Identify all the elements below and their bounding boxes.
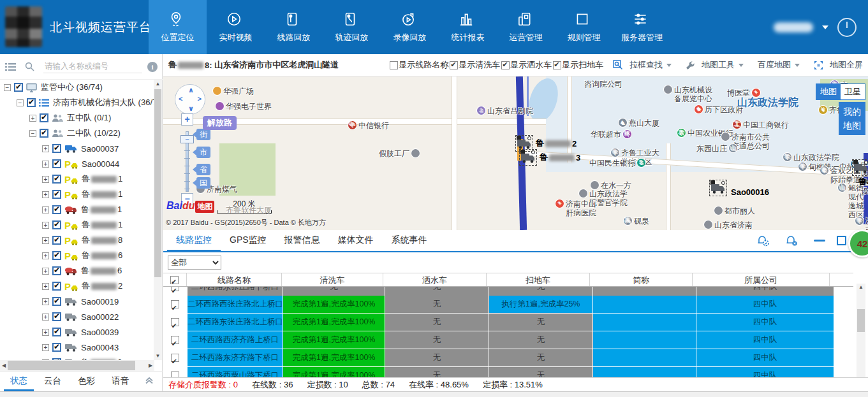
tree-item[interactable]: + P 鲁2 (0, 278, 154, 294)
table-row[interactable]: 二环西路东张庄路北上桥口完成第1遍,完成率100%无无四中队 (163, 314, 853, 331)
scrollbar-thumb[interactable] (154, 89, 161, 277)
scroll-down-icon[interactable]: ▼ (154, 352, 162, 360)
tree-checkbox[interactable] (52, 205, 61, 214)
tree-checkbox[interactable] (52, 236, 61, 245)
tree-checkbox[interactable] (40, 113, 48, 122)
nav-item-4[interactable]: 录像回放 (381, 0, 439, 54)
tree-item[interactable]: − 二中队 (10/22) (0, 126, 154, 141)
row-checkbox[interactable] (171, 354, 179, 362)
zoom-level-2[interactable]: 省 (196, 164, 210, 175)
panel-tab-4[interactable]: 系统事件 (383, 229, 436, 252)
tree-item[interactable]: + Sao00019 (0, 294, 154, 309)
list-view-icon[interactable] (5, 62, 16, 71)
panel-tab-3[interactable]: 媒体文件 (329, 229, 383, 252)
expand-toggle[interactable]: + (42, 268, 49, 275)
nav-item-6[interactable]: 运营管理 (497, 0, 555, 54)
tree-checkbox[interactable] (52, 159, 61, 168)
tree-item[interactable]: − 济南市机械化清扫大队 (36/74) (0, 95, 154, 110)
panel-tab-0[interactable]: 线路监控 (167, 229, 221, 252)
search-input[interactable] (43, 60, 142, 73)
checkbox-icon[interactable] (390, 61, 398, 69)
nav-item-0[interactable]: 位置定位 (149, 0, 207, 54)
map-pan-control[interactable]: ∧ ∨ < > (175, 84, 205, 115)
table-row[interactable]: 二环西路东张庄路下桥口无无无四中队 (163, 287, 853, 296)
pan-up-icon[interactable]: ∧ (188, 86, 194, 94)
tree-item[interactable]: + 鲁6 (0, 355, 154, 360)
pan-right-icon[interactable]: > (198, 95, 202, 103)
power-icon[interactable] (837, 18, 857, 37)
row-checkbox[interactable] (171, 372, 179, 377)
display-checkbox-3[interactable]: 显示扫地车 (553, 59, 603, 71)
tree-item[interactable]: + P 鲁1 (0, 171, 154, 187)
tree-checkbox[interactable] (52, 343, 61, 352)
column-header[interactable]: 洒水车 (383, 273, 487, 286)
vehicle-marker[interactable]: Sao00016 (709, 180, 727, 196)
collapse-toggle[interactable]: − (4, 84, 11, 91)
expand-toggle[interactable]: + (42, 329, 49, 336)
expand-toggle[interactable]: + (42, 145, 49, 152)
tree-item[interactable]: + 鲁1 (0, 202, 154, 217)
tree-checkbox[interactable] (52, 144, 61, 153)
view-toggle-0[interactable]: 地图 (816, 84, 841, 99)
table-row[interactable]: 二环西路西粟山路下桥口完成第1遍,完成率100%无无四中队 (163, 367, 853, 377)
scroll-up-icon[interactable]: ▲ (857, 284, 865, 291)
nav-item-7[interactable]: 规则管理 (555, 0, 613, 54)
tree-item[interactable]: + P 鲁1 (0, 187, 154, 202)
map-canvas[interactable]: 咨询院公司 华强广场 华强电子世界 ♫山东省吕剧院 博医堂+ ¥齐鲁银行 ★历下… (163, 76, 868, 230)
vehicle-marker[interactable]: 鲁3 (519, 149, 537, 166)
row-checkbox[interactable] (171, 287, 179, 291)
table-row[interactable]: 二环西路西张庄路北上桥口完成第1遍,完成率100%无执行第1遍,完成率25%四中… (163, 296, 853, 313)
tree-item[interactable]: + P 鲁8 (0, 233, 154, 248)
vehicle-marker-icon[interactable] (852, 159, 868, 176)
tree-checkbox[interactable] (27, 98, 36, 107)
tree-checkbox[interactable] (52, 266, 61, 275)
tree-item[interactable]: + Sao00043 (0, 340, 154, 355)
view-toggle-1[interactable]: 卫星 (841, 84, 865, 99)
scrollbar-thumb[interactable] (857, 309, 865, 332)
row-checkbox[interactable] (171, 318, 179, 326)
tree-vertical-scrollbar[interactable]: ▲ ▼ (154, 80, 162, 360)
expand-toggle[interactable]: + (42, 206, 49, 213)
maximize-panel-icon[interactable] (837, 236, 846, 245)
scroll-right-icon[interactable]: ▶ (147, 360, 154, 371)
nav-item-2[interactable]: 线路回放 (265, 0, 323, 54)
my-map-button[interactable]: 我的 地图 (839, 102, 865, 135)
zoom-in-button[interactable]: + (181, 113, 193, 126)
side-tab-2[interactable]: 色彩 (71, 372, 101, 391)
expand-toggle[interactable]: + (42, 283, 49, 290)
expand-toggle[interactable]: + (42, 161, 49, 168)
table-row[interactable]: 二环西路东济齐路下桥口完成第1遍,完成率100%无无四中队 (163, 349, 853, 366)
display-checkbox-0[interactable]: 显示线路名称 (390, 59, 448, 71)
vehicle-marker-icon[interactable] (709, 180, 727, 196)
nav-item-1[interactable]: 实时视频 (207, 0, 265, 54)
tree-checkbox[interactable] (52, 297, 61, 306)
pan-left-icon[interactable]: < (179, 95, 182, 103)
row-checkbox[interactable] (171, 300, 179, 308)
checkbox-icon[interactable] (450, 61, 458, 69)
tree-item[interactable]: + Sao00037 (0, 141, 154, 156)
user-name-blurred[interactable] (774, 22, 813, 32)
checkbox-icon[interactable] (553, 61, 561, 69)
table-row[interactable]: 二环西路西济齐路上桥口完成第1遍,完成率100%无无四中队 (163, 331, 853, 349)
nav-item-3[interactable]: 轨迹回放 (323, 0, 381, 54)
row-checkbox[interactable] (171, 336, 179, 344)
scroll-left-icon[interactable]: ◀ (0, 360, 8, 371)
map-tool-2[interactable]: 百度地图 (758, 59, 800, 71)
scroll-up-icon[interactable]: ▲ (154, 80, 162, 88)
pan-down-icon[interactable]: ∨ (188, 105, 194, 113)
select-all-checkbox[interactable] (170, 276, 179, 284)
tree-item[interactable]: + P Sao00044 (0, 156, 154, 171)
tree-checkbox[interactable] (14, 83, 23, 92)
panel-tab-2[interactable]: 报警信息 (276, 229, 329, 252)
display-checkbox-2[interactable]: 显示洒水车 (501, 59, 552, 71)
tree-checkbox[interactable] (52, 328, 61, 336)
column-header[interactable]: 所属公司 (693, 273, 830, 286)
tree-item[interactable]: + Sao00039 (0, 324, 154, 340)
nav-item-5[interactable]: 统计报表 (439, 0, 497, 54)
zoom-level-0[interactable]: 街 (196, 129, 210, 140)
tree-checkbox[interactable] (52, 220, 61, 229)
expand-toggle[interactable]: + (42, 191, 49, 198)
vehicle-marker-icon[interactable] (519, 149, 537, 166)
tree-checkbox[interactable] (52, 312, 61, 321)
zoom-handle[interactable]: − (180, 135, 194, 143)
